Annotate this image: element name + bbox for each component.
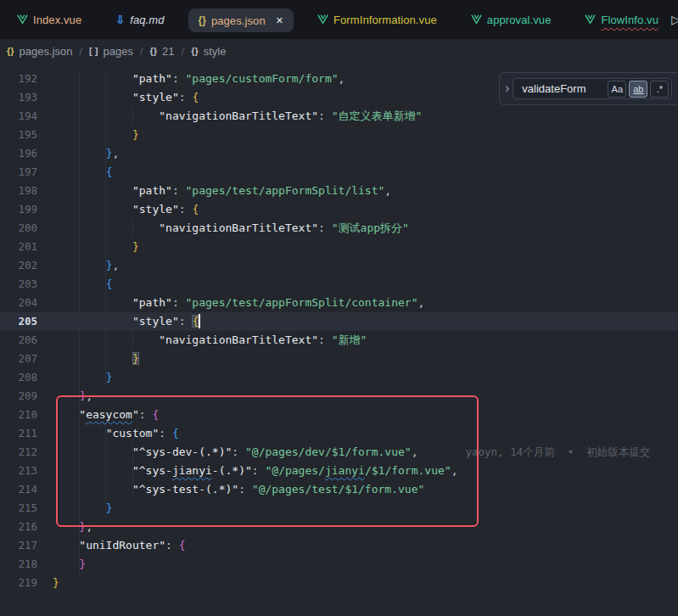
line-number: 199	[0, 200, 37, 219]
find-input[interactable]: validateForm Aa ab .*	[513, 78, 672, 99]
code-line-208[interactable]: 208 }	[0, 368, 678, 387]
vue-logo-icon	[317, 12, 328, 27]
breadcrumb-label: 21	[162, 45, 174, 58]
code-text: "^sys-jianyi-(.*)": "@/pages/jianyi/$1/f…	[37, 462, 457, 480]
line-number: 203	[0, 275, 37, 294]
code-line-198[interactable]: 198 "path": "pages/test/appFormSplit/lis…	[0, 182, 678, 200]
code-line-205[interactable]: 205 "style": {	[0, 312, 678, 331]
tab-index-vue[interactable]: Index.vue	[7, 0, 92, 39]
code-line-195[interactable]: 195 }	[0, 126, 678, 144]
code-line-207[interactable]: 207 }	[0, 350, 678, 368]
line-number: 214	[0, 480, 37, 499]
line-number: 217	[0, 536, 37, 555]
breadcrumb-item-pages[interactable]: [ ]pages	[89, 45, 133, 58]
line-number: 207	[0, 350, 37, 368]
code-text: "style": {	[37, 312, 200, 331]
code-line-215[interactable]: 215 }	[0, 499, 678, 518]
code-text: },	[37, 518, 92, 536]
tab-approval-vue[interactable]: approval.vue	[461, 0, 562, 39]
find-query-text: validateForm	[522, 82, 605, 95]
markdown-down-arrow-icon: ⇩	[115, 14, 125, 26]
code-line-197[interactable]: 197 {	[0, 163, 678, 182]
code-text: "custom": {	[37, 424, 179, 443]
line-number: 208	[0, 368, 37, 387]
code-line-217[interactable]: 217 "uniIdRouter": {	[0, 536, 678, 555]
breadcrumb-label: style	[204, 45, 227, 58]
text-cursor	[199, 314, 200, 328]
breadcrumb-label: pages.json	[20, 45, 73, 58]
breadcrumb: {}pages.json/[ ]pages/{}21/{}style	[0, 39, 678, 63]
code-line-218[interactable]: 218 }	[0, 555, 678, 574]
code-line-210[interactable]: 210 "easycom": {	[0, 406, 678, 424]
code-text: "uniIdRouter": {	[37, 536, 186, 555]
code-line-200[interactable]: 200 "navigationBarTitleText": "测试app拆分"	[0, 219, 678, 238]
git-blame-annotation: yaoyn, 14个月前 • 初始版本提交	[465, 445, 650, 458]
code-line-219[interactable]: 219}	[0, 574, 678, 592]
json-braces-icon: {}	[199, 14, 206, 26]
line-number: 196	[0, 144, 37, 163]
breadcrumb-separator: /	[182, 45, 185, 58]
code-text: },	[37, 256, 119, 275]
code-line-213[interactable]: 213 "^sys-jianyi-(.*)": "@/pages/jianyi/…	[0, 462, 678, 480]
breadcrumb-separator: /	[79, 45, 82, 58]
breadcrumb-item-21[interactable]: {}21	[150, 45, 175, 58]
tab-forminformation-vue[interactable]: FormInformation.vue	[307, 0, 447, 39]
line-number: 201	[0, 238, 37, 256]
code-line-196[interactable]: 196 },	[0, 144, 678, 163]
tab-flowinfo-vu[interactable]: FlowInfo.vu	[574, 0, 669, 39]
code-line-204[interactable]: 204 "path": "pages/test/appFormSplit/con…	[0, 294, 678, 312]
breadcrumb-item-style[interactable]: {}style	[191, 45, 226, 58]
vue-logo-icon	[585, 12, 596, 27]
match-case-button[interactable]: Aa	[608, 81, 626, 98]
toggle-replace-chevron-icon[interactable]: ›	[500, 81, 513, 98]
line-number: 202	[0, 256, 37, 275]
vscode-window: Index.vue⇩faq.md{}pages.json✕FormInforma…	[0, 0, 678, 616]
line-number: 197	[0, 163, 37, 182]
code-text: }	[37, 499, 112, 518]
object-braces-icon: {}	[191, 46, 199, 56]
code-line-203[interactable]: 203 {	[0, 275, 678, 294]
code-line-216[interactable]: 216 },	[0, 518, 678, 536]
code-text: "style": {	[37, 88, 199, 107]
code-line-212[interactable]: 212 "^sys-dev-(.*)": "@/pages/dev/$1/for…	[0, 443, 678, 462]
line-number: 198	[0, 182, 37, 200]
find-widget: › validateForm Aa ab .*	[499, 72, 678, 105]
regex-button[interactable]: .*	[650, 81, 669, 98]
code-text: {	[37, 163, 112, 182]
code-text: "navigationBarTitleText": "自定义表单新增"	[37, 107, 422, 126]
tab-pages-json[interactable]: {}pages.json✕	[188, 8, 294, 32]
line-number: 205	[0, 312, 37, 331]
line-number: 194	[0, 107, 37, 126]
tab-bar: Index.vue⇩faq.md{}pages.json✕FormInforma…	[0, 0, 678, 39]
code-line-201[interactable]: 201 }	[0, 238, 678, 256]
code-text: },	[37, 144, 119, 163]
tab-faq-md[interactable]: ⇩faq.md	[105, 0, 174, 39]
more-tabs-chevron-icon[interactable]: ▷	[671, 13, 678, 26]
line-number: 204	[0, 294, 37, 312]
code-editor: 192 "path": "pages/customForm/form",193 …	[0, 70, 678, 592]
code-text: "path": "pages/customForm/form",	[37, 70, 345, 88]
code-line-202[interactable]: 202 },	[0, 256, 678, 275]
code-line-209[interactable]: 209 ],	[0, 387, 678, 406]
whole-word-button[interactable]: ab	[629, 81, 647, 98]
code-line-214[interactable]: 214 "^sys-test-(.*)": "@/pages/test/$1/f…	[0, 480, 678, 499]
line-number: 215	[0, 499, 37, 518]
code-line-199[interactable]: 199 "style": {	[0, 200, 678, 219]
code-line-194[interactable]: 194 "navigationBarTitleText": "自定义表单新增"	[0, 107, 678, 126]
vue-logo-icon	[17, 12, 28, 27]
line-number: 218	[0, 555, 37, 574]
code-text: }	[37, 574, 59, 592]
line-number: 216	[0, 518, 37, 536]
code-text: "easycom": {	[37, 406, 159, 424]
line-number: 209	[0, 387, 37, 406]
code-text: "style": {	[37, 200, 199, 219]
line-number: 193	[0, 88, 37, 107]
code-text: }	[37, 350, 139, 368]
code-text: }	[37, 368, 112, 387]
close-tab-icon[interactable]: ✕	[276, 15, 283, 26]
line-number: 206	[0, 331, 37, 350]
code-line-206[interactable]: 206 "navigationBarTitleText": "新增"	[0, 331, 678, 350]
code-text: }	[37, 126, 139, 144]
code-line-211[interactable]: 211 "custom": {	[0, 424, 678, 443]
breadcrumb-item-pages-json[interactable]: {}pages.json	[7, 45, 72, 58]
